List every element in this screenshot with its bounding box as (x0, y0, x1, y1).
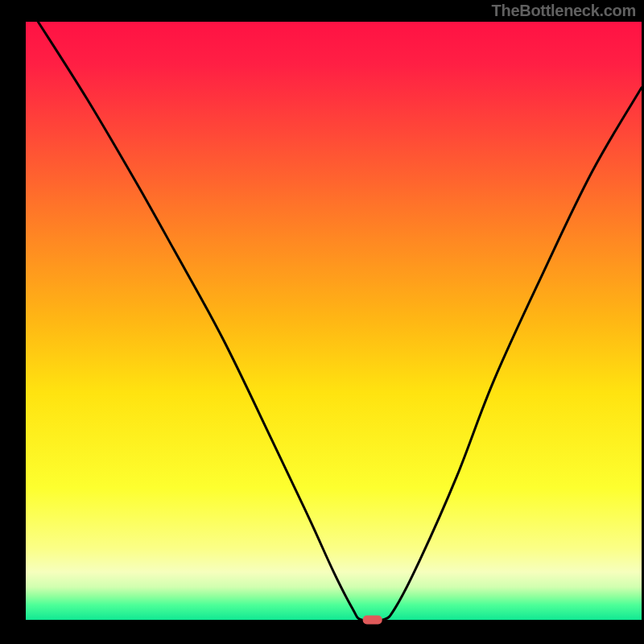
chart-container: { "attribution": "TheBottleneck.com", "c… (0, 0, 644, 644)
optimal-marker (363, 616, 382, 625)
attribution-text: TheBottleneck.com (492, 2, 636, 20)
chart-svg (0, 0, 644, 644)
plot-background (26, 22, 642, 620)
